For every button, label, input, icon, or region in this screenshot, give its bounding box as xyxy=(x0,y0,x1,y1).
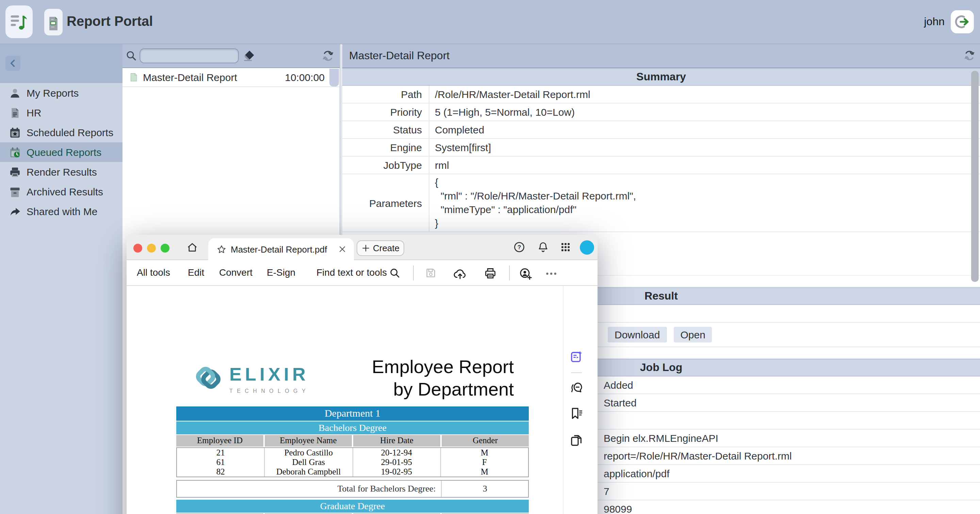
sidebar-item-label: Shared with Me xyxy=(27,205,97,217)
archive-icon xyxy=(9,186,21,198)
plus-icon xyxy=(361,244,373,253)
close-window-button[interactable] xyxy=(134,243,142,252)
share-person-icon[interactable] xyxy=(519,267,531,279)
search-input[interactable] xyxy=(140,48,239,63)
summary-row-priority: Priority 5 (1=High, 5=Normal, 10=Low) xyxy=(342,103,980,121)
menu-all-tools[interactable]: All tools xyxy=(137,260,170,286)
playlist-note-icon xyxy=(9,11,29,33)
column-header: Hire Date xyxy=(353,435,440,447)
open-button[interactable]: Open xyxy=(673,327,712,342)
table-cell: 21 xyxy=(177,448,265,457)
document-title: Employee Report by Department xyxy=(372,356,514,401)
maximize-window-button[interactable] xyxy=(161,243,169,252)
sidebar-item-render-results[interactable]: Render Results xyxy=(0,162,123,182)
summary-label: Parameters xyxy=(342,174,430,231)
brand-name: ELIXIR xyxy=(229,366,310,384)
upload-cloud-icon[interactable] xyxy=(453,267,466,279)
summary-value: System[first] xyxy=(430,142,491,153)
sidebar-item-label: Render Results xyxy=(27,166,97,178)
table-cell: M xyxy=(441,448,528,457)
summary-value: Completed xyxy=(430,124,484,135)
sidebar-item-my-reports[interactable]: My Reports xyxy=(0,83,123,103)
summary-label: Engine xyxy=(342,139,430,156)
star-icon[interactable] xyxy=(216,244,227,254)
comments-icon[interactable] xyxy=(570,380,583,394)
minimize-window-button[interactable] xyxy=(147,243,156,252)
help-icon[interactable]: ? xyxy=(513,241,525,253)
pdf-viewer-window: Master-Detail Report.pdf Create ? All to… xyxy=(127,235,598,514)
close-tab-icon[interactable] xyxy=(337,244,347,254)
report-file-icon xyxy=(127,72,138,83)
pdf-tab-title: Master-Detail Report.pdf xyxy=(231,244,337,254)
logout-button[interactable] xyxy=(951,10,974,33)
find-text-label[interactable]: Find text or tools xyxy=(317,260,387,286)
sidebar-item-hr[interactable]: HR xyxy=(0,103,123,123)
create-button[interactable]: Create xyxy=(356,240,404,256)
avatar[interactable] xyxy=(580,240,594,255)
page-title: Report Portal xyxy=(67,0,153,44)
copy-pages-icon[interactable] xyxy=(570,434,583,447)
document-icon xyxy=(9,107,21,119)
ai-assistant-icon[interactable] xyxy=(570,350,583,364)
more-options-icon[interactable] xyxy=(544,267,557,279)
elixir-logo: ELIXIR TECHNOLOGY xyxy=(193,362,310,394)
menu-esign[interactable]: E-Sign xyxy=(267,260,295,286)
total-label: Total for Bachelors Degree: xyxy=(177,481,442,497)
rail-separator xyxy=(571,372,582,373)
bookmarks-icon[interactable] xyxy=(570,406,583,420)
sidebar-item-label: My Reports xyxy=(27,87,79,99)
calendar-star-icon xyxy=(9,126,21,138)
report-name: Master-Detail Report xyxy=(143,72,285,83)
summary-row-jobtype: JobType rml xyxy=(342,157,980,174)
detail-scrollbar-thumb[interactable] xyxy=(971,71,978,282)
apps-grid-icon[interactable] xyxy=(559,241,572,253)
pdf-title-bar: Master-Detail Report.pdf Create ? xyxy=(127,235,598,260)
menu-edit[interactable]: Edit xyxy=(188,260,204,286)
summary-value: /Role/HR/Master-Detail Report.rml xyxy=(430,89,590,100)
detail-refresh-icon[interactable] xyxy=(964,50,975,61)
summary-label: Priority xyxy=(342,103,430,121)
printer-icon xyxy=(9,166,21,178)
home-icon[interactable] xyxy=(186,242,198,253)
report-list-row[interactable]: Master-Detail Report 10:00:00 xyxy=(123,68,340,87)
table-row: 61Dell Gras29-01-95F xyxy=(177,457,528,467)
print-icon[interactable] xyxy=(484,267,496,279)
sidebar-item-archived-results[interactable]: Archived Results xyxy=(0,182,123,202)
pdf-tab[interactable]: Master-Detail Report.pdf xyxy=(208,238,354,260)
table-header-row: Employee IDEmployee NameHire DateGender xyxy=(176,435,529,447)
toolbar-divider xyxy=(509,266,510,280)
detail-title: Master-Detail Report xyxy=(342,44,980,68)
table-cell: 29-01-95 xyxy=(353,457,441,467)
column-header: Employee Name xyxy=(265,435,352,447)
table-body: 21Pedro Castillo20-12-94M61Dell Gras29-0… xyxy=(176,447,529,477)
app-logo[interactable] xyxy=(5,5,33,38)
summary-label: Path xyxy=(342,86,430,103)
summary-row-parameters: Parameters { "rml" : "/Role/HR/Master-De… xyxy=(342,174,980,232)
department-band: Department 1 xyxy=(176,406,529,421)
sidebar-top xyxy=(0,44,123,83)
rail-divider xyxy=(563,286,563,514)
sidebar-item-scheduled-reports[interactable]: Scheduled Reports xyxy=(0,123,123,142)
collapse-sidebar-button[interactable] xyxy=(5,56,21,71)
download-button[interactable]: Download xyxy=(608,327,667,342)
sidebar-item-label: HR xyxy=(27,107,41,118)
notifications-bell-icon[interactable] xyxy=(537,241,549,253)
summary-value: 5 (1=High, 5=Normal, 10=Low) xyxy=(430,106,575,118)
list-scrollbar-thumb[interactable] xyxy=(329,69,339,86)
menu-convert[interactable]: Convert xyxy=(219,260,253,286)
sidebar-nav: My Reports HR Scheduled Reports Queued R… xyxy=(0,83,123,221)
calendar-clock-icon xyxy=(9,146,21,158)
sidebar-item-label: Archived Results xyxy=(27,186,103,197)
pdf-content: ELIXIR TECHNOLOGY Employee Report by Dep… xyxy=(127,286,598,514)
clear-search-icon[interactable] xyxy=(242,49,256,63)
sidebar-item-shared-with-me[interactable]: Shared with Me xyxy=(0,202,123,221)
summary-value: rml xyxy=(430,159,449,171)
list-refresh-icon[interactable] xyxy=(322,50,334,62)
table-cell: Dell Gras xyxy=(265,457,353,467)
sidebar-item-queued-reports[interactable]: Queued Reports xyxy=(0,142,123,162)
table-cell: 19-02-95 xyxy=(353,467,441,477)
report-time: 10:00:00 xyxy=(285,72,325,83)
table-cell: F xyxy=(441,457,528,467)
find-search-icon[interactable] xyxy=(388,267,401,279)
summary-label: Status xyxy=(342,121,430,138)
